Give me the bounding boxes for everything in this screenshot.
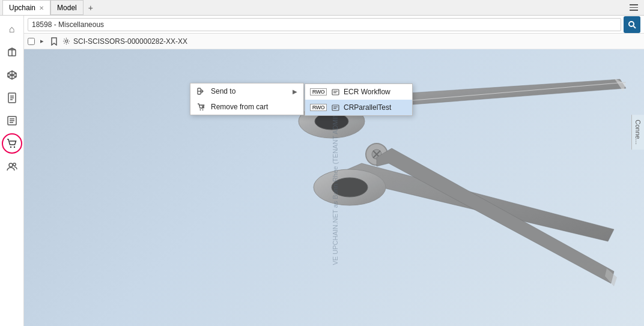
ecr-workflow-label: ECR Workflow [344,88,390,96]
hamburger-line-3 [630,10,638,11]
remove-cart-icon [196,102,206,112]
context-menu: Send to ▶ RWO [190,83,304,115]
svg-point-42 [200,109,201,110]
settings-icon [61,37,71,46]
content-area: ▸ SCI-SCISSORS-000000282-XX-XX [24,16,644,326]
home-icon[interactable]: ⌂ [2,19,22,40]
side-tab[interactable]: Conne... [631,115,644,150]
file-tree-header: ▸ SCI-SCISSORS-000000282-XX-XX [24,34,644,49]
svg-point-43 [202,109,204,110]
tab-upchain[interactable]: Upchain ✕ [2,0,50,15]
tab-upchain-label: Upchain [9,4,35,12]
breadcrumb-input[interactable] [28,18,621,31]
cr-icon [330,103,340,112]
search-button[interactable] [624,16,640,33]
tab-model[interactable]: Model [50,0,84,15]
cube-icon[interactable] [2,65,22,85]
svg-line-19 [634,26,636,28]
viewer-background: VE UPCHAIN.NET as Bonn Rhee (TENANT ADMI… [24,49,644,326]
submenu: RWO ECR Workflow [305,83,413,116]
svg-point-18 [629,22,634,26]
cr-rwo-badge: RWO [310,104,327,111]
menu-remove-from-cart-label: Remove from cart [211,103,268,111]
bookmark-icon [49,37,59,46]
tab-bar: Upchain ✕ Model + [0,0,644,16]
svg-point-27 [332,178,368,197]
ecr-icon [330,87,340,97]
submenu-item-cr[interactable]: RWO CRParallelTest [305,100,412,115]
submenu-arrow: ▶ [293,88,297,95]
tab-add-button[interactable]: + [84,3,98,13]
menu-send-to-label: Send to [211,87,235,95]
hamburger-menu[interactable] [626,0,642,16]
file-tree-item-label: SCI-SCISSORS-000000282-XX-XX [73,37,187,46]
submenu-item-ecr[interactable]: RWO ECR Workflow [305,84,412,100]
svg-point-17 [13,163,15,166]
doc-icon[interactable] [2,88,22,108]
box-icon[interactable] [2,42,22,62]
tab-model-label: Model [57,4,77,12]
svg-point-16 [9,163,13,167]
tab-upchain-close[interactable]: ✕ [39,5,44,11]
svg-marker-32 [377,148,614,283]
cart-icon[interactable] [2,133,22,154]
hamburger-line-2 [630,7,638,8]
svg-point-15 [13,146,14,148]
svg-point-20 [65,40,67,43]
main-layout: ⌂ [0,16,644,326]
top-bar [24,16,644,34]
ecr-rwo-badge: RWO [310,88,327,95]
expand-icon[interactable]: ▸ [37,37,47,46]
item-checkbox[interactable] [28,38,35,45]
users-icon[interactable] [2,156,22,177]
sidebar: ⌂ [0,16,24,326]
send-to-icon [196,86,206,96]
list-doc-icon[interactable] [2,110,22,131]
menu-item-send-to[interactable]: Send to ▶ RWO [190,83,303,99]
menu-item-remove-from-cart[interactable]: Remove from cart [190,99,303,115]
viewer-area: VE UPCHAIN.NET as Bonn Rhee (TENANT ADMI… [24,49,644,326]
svg-rect-39 [332,105,339,110]
svg-point-14 [10,146,11,148]
cr-parallel-label: CRParallelTest [344,103,391,112]
svg-rect-36 [332,89,339,95]
hamburger-line-1 [630,4,638,5]
